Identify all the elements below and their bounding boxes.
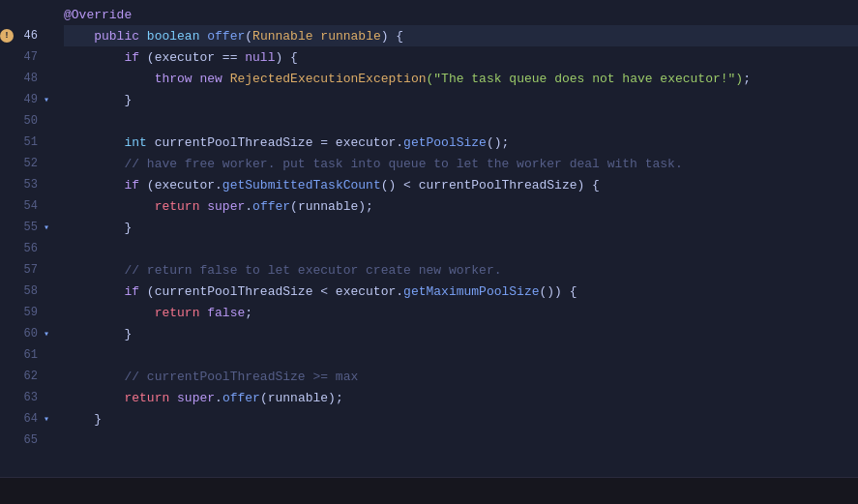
code-line: return super.offer(runnable); bbox=[64, 387, 858, 408]
token-plain: currentPoolThreadSize = executor. bbox=[147, 135, 403, 150]
line-number: 46 bbox=[15, 29, 38, 43]
code-line: } bbox=[64, 323, 858, 344]
token-kw: if bbox=[124, 284, 139, 299]
gutter-row: 58 bbox=[0, 281, 56, 302]
code-line: @Override bbox=[64, 4, 858, 25]
gutter-row: 61 bbox=[0, 344, 56, 366]
code-line: if (executor == null) { bbox=[64, 46, 858, 68]
line-number: 51 bbox=[15, 135, 38, 149]
fold-spacer bbox=[41, 51, 52, 63]
gutter-row: 59 bbox=[0, 302, 56, 323]
line-number: 61 bbox=[15, 348, 38, 362]
code-line: if (currentPoolThreadSize < executor.get… bbox=[64, 281, 858, 302]
gutter-row: 47 bbox=[0, 46, 56, 68]
fold-spacer bbox=[41, 307, 52, 318]
token-plain: } bbox=[64, 412, 102, 427]
token-plain: ( bbox=[245, 29, 252, 44]
gutter-row: 55▾ bbox=[0, 217, 56, 238]
token-cls: Runnable bbox=[252, 29, 312, 44]
token-cls: RejectedExecutionException bbox=[230, 72, 427, 86]
token-fn: offer bbox=[222, 391, 260, 405]
line-number: 59 bbox=[15, 306, 38, 319]
fold-spacer bbox=[41, 349, 52, 361]
token-plain bbox=[313, 29, 321, 44]
token-plain: } bbox=[64, 327, 132, 341]
token-kw2: boolean bbox=[147, 29, 200, 44]
token-kw: super bbox=[207, 199, 245, 214]
line-number: 63 bbox=[15, 391, 38, 404]
fold-spacer bbox=[41, 200, 52, 212]
gutter-row: 53 bbox=[0, 174, 56, 195]
token-plain bbox=[222, 72, 230, 86]
editor-area: !46474849▾505152535455▾5657585960▾616263… bbox=[0, 0, 858, 477]
token-kw: if bbox=[124, 178, 139, 193]
warning-icon: ! bbox=[0, 29, 14, 43]
token-plain: } bbox=[64, 93, 132, 107]
token-plain bbox=[64, 284, 124, 299]
code-line: return false; bbox=[64, 302, 858, 323]
fold-icon[interactable]: ▾ bbox=[41, 328, 52, 340]
token-fn: offer bbox=[252, 199, 290, 214]
token-plain bbox=[64, 157, 124, 171]
token-plain: ; bbox=[743, 72, 751, 86]
statusbar bbox=[0, 477, 858, 504]
gutter-row: 49▾ bbox=[0, 89, 56, 110]
fold-icon[interactable]: ▾ bbox=[41, 94, 52, 105]
fold-icon[interactable]: ▾ bbox=[41, 413, 52, 425]
code-line: return super.offer(runnable); bbox=[64, 195, 858, 217]
fold-spacer bbox=[41, 158, 52, 169]
gutter-row: !46 bbox=[0, 25, 56, 46]
gutter-row: 56 bbox=[0, 238, 56, 259]
token-plain: ; bbox=[245, 306, 252, 320]
token-plain: (runnable); bbox=[260, 391, 343, 405]
token-plain bbox=[64, 263, 124, 278]
line-number: 53 bbox=[15, 178, 38, 192]
fold-spacer bbox=[41, 264, 52, 276]
gutter-row: 65 bbox=[0, 430, 56, 451]
fold-spacer bbox=[41, 115, 52, 127]
token-str: ("The task queue does not have executor!… bbox=[427, 72, 744, 86]
token-kw: null bbox=[245, 50, 275, 65]
token-plain: } bbox=[64, 221, 132, 235]
code-line bbox=[64, 110, 858, 132]
line-number: 50 bbox=[15, 114, 38, 128]
token-plain bbox=[64, 178, 124, 193]
token-plain: (currentPoolThreadSize < executor. bbox=[139, 284, 403, 299]
code-line: int currentPoolThreadSize = executor.get… bbox=[64, 132, 858, 153]
fold-spacer bbox=[41, 392, 52, 403]
token-plain: (executor == bbox=[139, 50, 245, 65]
token-ret: return bbox=[155, 199, 200, 214]
token-plain bbox=[64, 370, 124, 384]
fold-spacer bbox=[41, 179, 52, 191]
token-plain bbox=[199, 306, 207, 320]
token-plain: () < currentPoolThreadSize) { bbox=[381, 178, 600, 193]
line-gutter: !46474849▾505152535455▾5657585960▾616263… bbox=[0, 4, 56, 477]
token-kw: super bbox=[177, 391, 215, 405]
code-line: if (executor.getSubmittedTaskCount() < c… bbox=[64, 174, 858, 195]
fold-icon[interactable]: ▾ bbox=[41, 222, 52, 233]
token-param: runnable bbox=[320, 29, 380, 44]
token-fn: getSubmittedTaskCount bbox=[222, 178, 381, 193]
code-lines[interactable]: @Override public boolean offer(Runnable … bbox=[56, 4, 858, 477]
token-plain bbox=[64, 29, 94, 44]
token-plain bbox=[192, 72, 200, 86]
token-plain bbox=[64, 306, 155, 320]
fold-spacer bbox=[41, 434, 52, 446]
line-number: 52 bbox=[15, 157, 38, 170]
gutter-row: 63 bbox=[0, 387, 56, 408]
line-number: 62 bbox=[15, 370, 38, 383]
code-line: public boolean offer(Runnable runnable) … bbox=[64, 25, 858, 46]
fold-spacer bbox=[41, 136, 52, 148]
token-kw: new bbox=[199, 72, 222, 86]
token-plain: (runnable); bbox=[290, 199, 373, 214]
code-line: throw new RejectedExecutionException("Th… bbox=[64, 68, 858, 89]
token-plain: ) { bbox=[275, 50, 297, 65]
gutter-row: 57 bbox=[0, 259, 56, 281]
token-plain: . bbox=[245, 199, 252, 214]
token-plain bbox=[64, 391, 124, 405]
line-number: 58 bbox=[15, 284, 38, 298]
token-ann: @Override bbox=[64, 8, 132, 22]
line-number: 56 bbox=[15, 242, 38, 255]
token-fn: getMaximumPoolSize bbox=[403, 284, 539, 299]
line-number: 60 bbox=[15, 327, 38, 341]
